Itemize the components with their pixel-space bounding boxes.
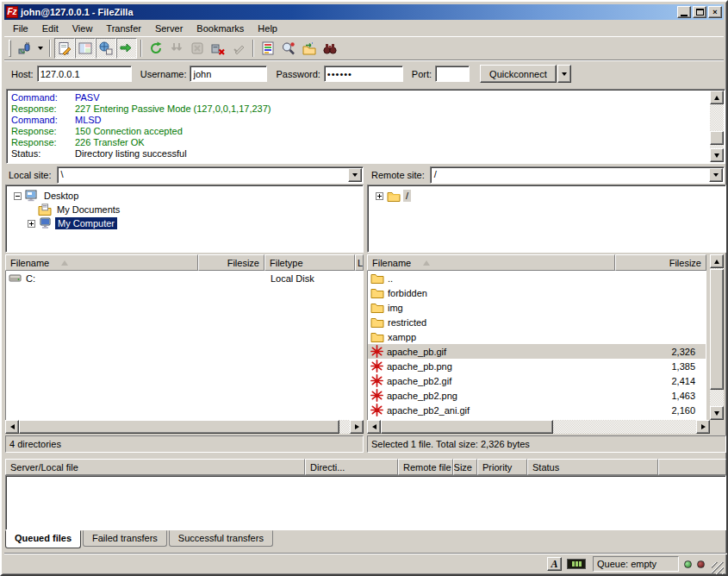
transfer-type-indicator: A (547, 557, 562, 571)
local-site-dropdown[interactable] (348, 168, 362, 182)
log-scrollbar[interactable] (710, 91, 724, 162)
maximize-button[interactable] (693, 6, 706, 18)
remote-file-row[interactable]: apache_pb2.png 1,463 (368, 388, 706, 403)
local-file-row[interactable]: C: Local Disk (6, 271, 363, 285)
remote-file-row[interactable]: apache_pb2_ani.gif 2,160 (368, 403, 706, 417)
toggle-remote-tree-button[interactable] (96, 38, 116, 59)
column-header-filename[interactable]: Filename (367, 254, 615, 271)
remote-hscrollbar[interactable] (367, 420, 710, 434)
synchronized-browsing-button[interactable] (299, 38, 320, 59)
scroll-down-button[interactable] (710, 148, 724, 162)
resize-grip[interactable] (712, 562, 724, 574)
scroll-down-button[interactable] (710, 406, 724, 420)
column-header-filesize[interactable]: Filesize (198, 254, 264, 271)
filename-cell: .. (388, 273, 619, 284)
folder-icon (370, 302, 384, 313)
quickconnect-dropdown[interactable] (557, 65, 571, 83)
menu-file[interactable]: File (6, 22, 35, 35)
username-input[interactable] (190, 66, 267, 82)
remote-site-combo[interactable]: / (430, 166, 725, 184)
process-queue-button-disabled[interactable] (166, 38, 187, 59)
filename-cell: forbidden (388, 288, 619, 298)
column-header-lastmodified[interactable]: L (355, 254, 364, 271)
local-site-combo[interactable]: \ (57, 166, 364, 184)
column-header-priority[interactable]: Priority (477, 459, 527, 475)
scroll-thumb[interactable] (710, 131, 724, 145)
close-button[interactable]: × (708, 6, 722, 18)
quickconnect-button[interactable]: Quickconnect (480, 65, 557, 83)
remote-file-row[interactable]: xampp (368, 329, 706, 344)
remote-file-row[interactable]: .. (368, 271, 706, 285)
site-manager-dropdown[interactable] (34, 38, 46, 59)
site-manager-icon (17, 41, 31, 55)
scroll-left-button[interactable] (367, 420, 381, 434)
remote-file-row[interactable]: forbidden (368, 285, 706, 300)
host-input[interactable] (37, 66, 132, 82)
find-files-button[interactable] (320, 38, 340, 59)
tab-queued-files[interactable]: Queued files (5, 530, 81, 548)
menu-edit[interactable]: Edit (35, 22, 65, 35)
menu-server[interactable]: Server (148, 22, 190, 35)
cancel-button-disabled[interactable] (187, 38, 208, 59)
column-header-remote-file[interactable]: Remote file (398, 459, 453, 475)
expand-icon[interactable] (376, 192, 383, 200)
remote-file-row[interactable]: apache_pb2.gif 2,414 (368, 373, 706, 388)
scroll-up-button[interactable] (710, 254, 724, 268)
scroll-thumb[interactable] (710, 269, 724, 390)
arrow-left-icon (372, 424, 376, 429)
message-log-icon (58, 41, 72, 55)
tree-item-root[interactable]: / (369, 189, 725, 203)
password-input[interactable] (324, 66, 403, 82)
collapse-icon[interactable] (14, 192, 22, 200)
refresh-button[interactable] (146, 38, 166, 59)
queue-list[interactable] (5, 475, 726, 530)
toggle-local-tree-button[interactable] (75, 38, 96, 59)
log-entry: Command:MLSD (11, 115, 724, 126)
filename-cell: xampp (388, 332, 619, 342)
column-header-server-local-file[interactable]: Server/Local file (5, 459, 305, 475)
speed-limit-icon (567, 559, 586, 569)
tree-item-my-computer[interactable]: My Computer (7, 216, 362, 230)
column-header-filesize[interactable]: Filesize (615, 254, 706, 271)
menu-view[interactable]: View (65, 22, 100, 35)
scroll-left-button[interactable] (5, 420, 19, 434)
toggle-queue-button[interactable] (116, 38, 137, 59)
remote-vscrollbar[interactable] (710, 254, 724, 420)
toggle-log-button[interactable] (54, 38, 75, 59)
menu-transfer[interactable]: Transfer (99, 22, 148, 35)
menu-help[interactable]: Help (251, 22, 284, 35)
filesize-cell: 2,160 (619, 405, 706, 416)
scroll-up-button[interactable] (710, 91, 724, 104)
remote-file-row[interactable]: img (368, 300, 706, 315)
filesize-cell: 2,326 (619, 347, 706, 357)
tab-failed-transfers[interactable]: Failed transfers (83, 530, 167, 547)
minimize-button[interactable] (677, 6, 691, 18)
tab-successful-transfers[interactable]: Successful transfers (169, 530, 273, 547)
remote-site-dropdown[interactable] (709, 168, 723, 182)
tree-item-desktop[interactable]: Desktop (7, 189, 362, 203)
arrow-right-icon (701, 424, 706, 429)
column-header-status[interactable]: Status (527, 459, 658, 475)
remote-file-row[interactable]: apache_pb.png 1,385 (368, 359, 706, 373)
port-input[interactable] (435, 66, 470, 82)
column-header-direction[interactable]: Directi... (305, 459, 398, 475)
remote-file-row[interactable]: restricted (368, 315, 706, 329)
scroll-right-button[interactable] (696, 420, 710, 434)
column-header-size[interactable]: Size (453, 459, 477, 475)
directory-comparison-button[interactable] (278, 38, 299, 59)
column-header-filename[interactable]: Filename (5, 254, 198, 271)
expand-icon[interactable] (28, 220, 35, 228)
filter-button[interactable] (258, 38, 278, 59)
scroll-right-button[interactable] (350, 420, 364, 434)
disconnect-button[interactable] (208, 38, 228, 59)
scroll-thumb[interactable] (19, 420, 339, 434)
scroll-thumb[interactable] (381, 420, 553, 434)
local-hscrollbar[interactable] (5, 420, 364, 434)
reconnect-button-disabled[interactable] (228, 38, 249, 59)
tree-item-my-documents[interactable]: My Documents (7, 203, 362, 216)
log-entry: Status:Directory listing successful (11, 148, 724, 160)
site-manager-button[interactable] (14, 38, 34, 59)
remote-file-row-selected[interactable]: apache_pb.gif 2,326 (368, 344, 706, 359)
menu-bookmarks[interactable]: Bookmarks (190, 22, 251, 35)
column-header-filetype[interactable]: Filetype (264, 254, 355, 271)
